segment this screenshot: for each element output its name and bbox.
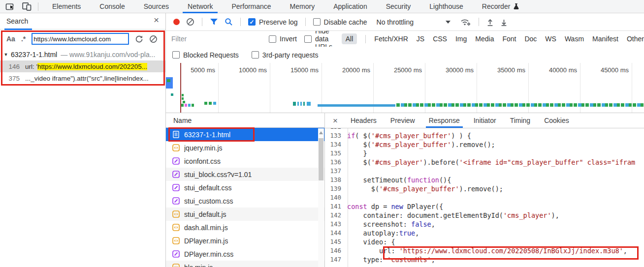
response-code-viewer[interactable]: 132133if( $('#cms_player_buffer') ) {134… xyxy=(325,128,644,267)
regex-toggle[interactable]: .* xyxy=(21,35,26,43)
code-token: '#cms_player_buffer' xyxy=(371,141,451,148)
type-chip-media[interactable]: Media xyxy=(475,35,494,43)
tab-elements[interactable]: Elements xyxy=(43,0,90,13)
tab-label: Performance xyxy=(231,2,271,10)
scrollbar[interactable] xyxy=(318,128,324,267)
request-row[interactable]: hls.min.js xyxy=(166,261,324,267)
waterfall-stream xyxy=(396,103,644,107)
type-chip-js[interactable]: JS xyxy=(417,35,424,43)
expander-caret-icon[interactable]: ▼ xyxy=(2,52,9,57)
line-content: container: document.getElementById('cms_… xyxy=(345,211,559,220)
code-line: 145 video: { xyxy=(325,237,644,246)
detail-tab-cookies[interactable]: Cookies xyxy=(537,113,576,128)
type-chip-img[interactable]: Img xyxy=(455,35,467,43)
match-text: url: ' xyxy=(25,63,37,70)
line-number: 146 xyxy=(325,246,345,255)
disable-cache-checkbox[interactable]: Disable cache xyxy=(313,18,367,26)
timeline-tick-label: 15000 ms xyxy=(272,66,319,74)
search-match-row[interactable]: 375..._video iframe").attr("src",line[li… xyxy=(0,72,165,84)
request-row[interactable]: stui_block.css?v=1.01 xyxy=(166,168,324,181)
type-chip-wasm[interactable]: Wasm xyxy=(565,35,584,43)
tab-label: Security xyxy=(386,2,411,10)
type-chip-css[interactable]: CSS xyxy=(433,35,447,43)
clear-icon[interactable] xyxy=(149,35,158,43)
network-overview[interactable]: 5000 ms10000 ms15000 ms20000 ms25000 ms3… xyxy=(166,63,644,113)
name-column-header[interactable]: Name xyxy=(166,113,324,128)
request-row[interactable]: DPlayer.min.css xyxy=(166,247,324,261)
hide-data-urls-checkbox[interactable]: Hide data URLs xyxy=(304,31,333,47)
throttling-select[interactable]: No throttling xyxy=(377,18,414,26)
line-number: 143 xyxy=(325,220,345,229)
tab-label: Lighthouse xyxy=(429,2,463,10)
timeline-gridline xyxy=(270,63,270,113)
blocked-requests-checkbox[interactable]: Blocked Requests xyxy=(172,51,239,59)
type-chip-other[interactable]: Other xyxy=(627,35,644,43)
inspect-icon[interactable] xyxy=(4,0,16,12)
request-row[interactable]: 63237-1-1.html xyxy=(166,128,324,141)
devtools-tab-strip: ElementsConsoleSourcesNetworkPerformance… xyxy=(43,0,529,13)
search-match-row[interactable]: 146url: 'https://www.ldxmcloud.com/20220… xyxy=(0,60,165,72)
tab-lighthouse[interactable]: Lighthouse xyxy=(420,0,473,13)
export-har-icon[interactable] xyxy=(500,18,508,26)
request-row[interactable]: stui_default.js xyxy=(166,208,324,221)
active-tab-underline xyxy=(4,29,32,30)
request-row[interactable]: dash.all.min.js xyxy=(166,221,324,234)
record-icon[interactable] xyxy=(173,19,180,25)
waterfall-dot xyxy=(300,102,302,106)
refresh-icon[interactable] xyxy=(135,35,143,43)
type-chip-all[interactable]: All xyxy=(342,33,357,44)
search-result-file[interactable]: ▼ 63237-1-1.html — www.91kanju.com/vod-p… xyxy=(0,48,165,60)
tab-performance[interactable]: Performance xyxy=(222,0,280,13)
detail-tab-response[interactable]: Response xyxy=(422,113,467,128)
request-options-row: Blocked Requests 3rd-party requests xyxy=(166,47,644,63)
tab-security[interactable]: Security xyxy=(377,0,420,13)
type-chip-manifest[interactable]: Manifest xyxy=(592,35,618,43)
detail-tab-preview[interactable]: Preview xyxy=(384,113,422,128)
code-token: false xyxy=(411,220,431,228)
tab-application[interactable]: Application xyxy=(324,0,377,13)
search-input[interactable] xyxy=(32,33,129,45)
device-toolbar-icon[interactable] xyxy=(21,0,32,12)
request-row[interactable]: iconfont.css xyxy=(166,154,324,168)
detail-tab-initiator[interactable]: Initiator xyxy=(467,113,503,128)
scrollbar-thumb[interactable] xyxy=(319,138,323,180)
request-list: 63237-1-1.htmljquery.min.jsiconfont.csss… xyxy=(166,128,324,267)
request-row[interactable]: jquery.min.js xyxy=(166,141,324,154)
tab-sources[interactable]: Sources xyxy=(134,0,178,13)
filter-funnel-icon[interactable] xyxy=(210,18,218,26)
request-name: stui_block.css?v=1.01 xyxy=(184,171,252,178)
filter-input[interactable] xyxy=(170,34,261,43)
clear-network-log-icon[interactable] xyxy=(186,18,194,26)
request-row[interactable]: DPlayer.min.js xyxy=(166,234,324,247)
preserve-log-checkbox[interactable]: ✓ Preserve log xyxy=(248,18,298,26)
request-row[interactable]: stui_custom.css xyxy=(166,194,324,208)
code-token: setTimeout( xyxy=(347,176,407,184)
code-token: screenshot: xyxy=(347,220,411,228)
tab-label: Elements xyxy=(52,2,81,10)
detail-tab-timing[interactable]: Timing xyxy=(503,113,538,128)
scroll-up-icon[interactable] xyxy=(319,131,323,134)
tab-memory[interactable]: Memory xyxy=(281,0,324,13)
type-chip-doc[interactable]: Doc xyxy=(524,35,537,43)
tab-network[interactable]: Network xyxy=(178,0,222,13)
type-chip-fetchxhr[interactable]: Fetch/XHR xyxy=(374,35,408,43)
search-icon[interactable] xyxy=(225,18,233,26)
match-case-toggle[interactable]: Aa xyxy=(6,35,15,43)
caret-down-icon[interactable] xyxy=(446,21,451,24)
type-chip-ws[interactable]: WS xyxy=(545,35,556,43)
import-har-icon[interactable] xyxy=(486,18,494,26)
match-line-number: 146 xyxy=(0,63,20,70)
waterfall-dot xyxy=(188,104,191,107)
detail-tab-headers[interactable]: Headers xyxy=(344,113,384,128)
close-icon[interactable]: × xyxy=(333,117,338,125)
type-chip-font[interactable]: Font xyxy=(502,35,516,43)
close-icon[interactable]: × xyxy=(154,15,159,25)
timeline-tick-label: 25000 ms xyxy=(376,66,422,74)
network-conditions-icon[interactable] xyxy=(460,18,471,26)
invert-checkbox[interactable]: Invert xyxy=(269,35,297,43)
tab-recorder[interactable]: Recorder xyxy=(473,0,529,13)
code-token: , xyxy=(415,229,419,237)
request-row[interactable]: stui_default.css xyxy=(166,181,324,194)
tab-console[interactable]: Console xyxy=(90,0,134,13)
third-party-requests-checkbox[interactable]: 3rd-party requests xyxy=(252,51,319,59)
